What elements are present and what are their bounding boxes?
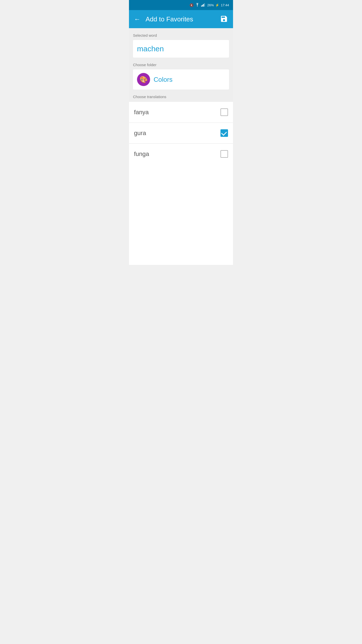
save-button[interactable] bbox=[219, 14, 229, 25]
status-bar: 🔇 26% ⚡ 17:44 bbox=[129, 0, 233, 10]
status-icons: 🔇 26% ⚡ 17:44 bbox=[190, 3, 229, 7]
page-title: Add to Favorites bbox=[146, 15, 193, 23]
folder-icon-circle: 🎨 bbox=[137, 73, 150, 86]
app-bar: ← Add to Favorites bbox=[129, 10, 233, 28]
checkbox-gura[interactable] bbox=[220, 129, 228, 137]
translation-item-fanya[interactable]: fanya bbox=[129, 102, 233, 123]
battery-text: 26% bbox=[207, 3, 214, 7]
palette-icon: 🎨 bbox=[140, 76, 148, 84]
folder-selector[interactable]: 🎨 Colors bbox=[133, 69, 229, 90]
back-button[interactable]: ← bbox=[133, 14, 142, 24]
translation-text-funga: funga bbox=[134, 150, 149, 157]
word-box: machen bbox=[133, 40, 229, 58]
checkbox-funga[interactable] bbox=[220, 150, 228, 158]
checkbox-fanya[interactable] bbox=[220, 108, 228, 116]
app-bar-left: ← Add to Favorites bbox=[133, 14, 193, 24]
translation-text-gura: gura bbox=[134, 130, 146, 137]
mute-icon: 🔇 bbox=[190, 3, 194, 7]
wifi-icon bbox=[195, 3, 200, 7]
signal-icon bbox=[201, 3, 206, 7]
folder-name: Colors bbox=[154, 76, 172, 84]
translations-list: fanya gura funga bbox=[129, 102, 233, 164]
battery-icon: ⚡ bbox=[215, 3, 219, 7]
content-area: Selected word machen Choose folder 🎨 Col… bbox=[129, 28, 233, 102]
svg-rect-2 bbox=[202, 5, 203, 7]
svg-rect-1 bbox=[201, 6, 202, 7]
selected-word-value: machen bbox=[137, 45, 164, 53]
translation-item-gura[interactable]: gura bbox=[129, 123, 233, 144]
choose-folder-label: Choose folder bbox=[133, 63, 229, 67]
selected-word-label: Selected word bbox=[133, 33, 229, 37]
time-text: 17:44 bbox=[221, 3, 229, 7]
empty-area bbox=[129, 164, 233, 265]
svg-rect-3 bbox=[203, 4, 204, 7]
svg-point-0 bbox=[197, 6, 198, 6]
save-icon bbox=[220, 15, 228, 23]
translation-item-funga[interactable]: funga bbox=[129, 144, 233, 164]
translation-text-fanya: fanya bbox=[134, 109, 149, 116]
svg-rect-4 bbox=[204, 3, 205, 7]
choose-translations-label: Choose translations bbox=[133, 95, 229, 102]
